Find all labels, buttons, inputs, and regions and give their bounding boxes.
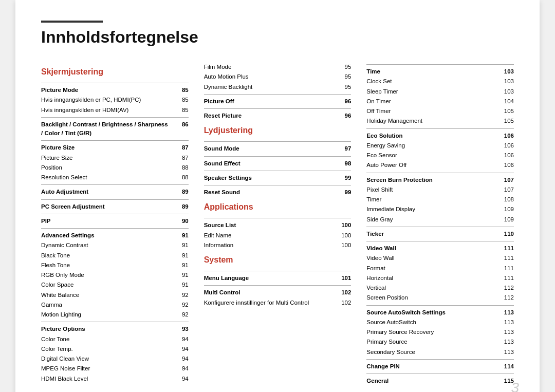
entry-page: 88 [174, 173, 189, 182]
entry-label: Clock Set [366, 77, 499, 86]
toc-entry: Film Mode95 [204, 62, 351, 72]
entry-page: 105 [499, 117, 514, 125]
toc-entry: Primary Source113 [366, 337, 514, 347]
entry-page: 112 [499, 284, 514, 292]
entry-label: Timer [366, 195, 499, 204]
toc-entry: Video Wall111 [366, 253, 514, 263]
entry-page: 101 [337, 274, 351, 283]
entry-label: Resolution Select [41, 173, 174, 182]
toc-entry: Picture Size87 [41, 140, 189, 153]
toc-entry: Auto Power Off106 [366, 160, 514, 170]
toc-entry: Konfigurere innstillinger for Multi Cont… [204, 298, 351, 308]
toc-entry: Reset Sound99 [204, 185, 351, 197]
toc-entry: Picture Off96 [204, 94, 351, 106]
entry-page: 111 [499, 274, 514, 283]
toc-entry: Sound Effect98 [204, 156, 351, 169]
toc-entry: Digital Clean View94 [41, 354, 189, 364]
entry-label: Screen Burn Protection [366, 176, 499, 184]
entry-label: Position [41, 163, 174, 172]
toc-entry: Resolution Select88 [41, 173, 189, 182]
entry-label: Hvis inngangskilden er PC, HDMI(PC) [41, 96, 174, 104]
entry-page: 99 [337, 174, 351, 182]
entry-page: 88 [174, 163, 189, 172]
toc-entry: Vertical112 [366, 283, 514, 293]
entry-page: 109 [499, 205, 514, 214]
toc-entry: Speaker Settings99 [204, 171, 351, 183]
section-title: Applications [204, 202, 351, 212]
toc-entry: Sound Mode97 [204, 141, 351, 154]
entry-label: Color Tone [41, 335, 174, 344]
entry-page: 91 [174, 261, 189, 270]
entry-label: Vertical [366, 284, 499, 292]
toc-entry: Screen Burn Protection107 [366, 173, 514, 185]
entry-label: Pixel Shift [366, 185, 499, 194]
toc-entry: Auto Adjustment89 [41, 184, 189, 197]
entry-label: Picture Size [41, 154, 174, 162]
entry-label: General [366, 377, 499, 385]
entry-page: 86 [174, 120, 189, 138]
toc-entry: Source AutoSwitch113 [366, 318, 514, 327]
toc-entry: Change PIN114 [366, 359, 514, 371]
entry-page: 102 [337, 288, 351, 297]
toc-entry: Picture Size87 [41, 153, 189, 163]
entry-page: 110 [499, 230, 514, 238]
entry-label: Sleep Timer [366, 87, 499, 96]
entry-label: Video Wall [366, 244, 499, 253]
entry-label: Information [204, 241, 337, 250]
toc-entry: HDMI Black Level94 [41, 374, 189, 384]
entry-page: 89 [174, 202, 189, 211]
toc-entry: Screen Position112 [366, 293, 514, 303]
entry-page: 96 [337, 111, 351, 120]
entry-page: 92 [174, 291, 189, 300]
page: Innholdsfortegnelse SkjermjusteringPictu… [15, 0, 540, 392]
column-2: Film Mode95Auto Motion Plus95Dynamic Bac… [204, 62, 367, 386]
column-3: Time103Clock Set103Sleep Timer103On Time… [366, 62, 514, 386]
toc-entry: Position88 [41, 163, 189, 173]
entry-label: Backlight / Contrast / Brightness / Shar… [41, 120, 174, 138]
entry-page: 91 [174, 251, 189, 260]
entry-page: 94 [174, 354, 189, 363]
entry-label: Picture Options [41, 325, 174, 333]
entry-label: Horizontal [366, 274, 499, 283]
toc-entry: PIP90 [41, 214, 189, 226]
toc-entry: Side Gray109 [366, 215, 514, 225]
toc-entry: Picture Mode85 [41, 83, 189, 95]
entry-label: Eco Sensor [366, 151, 499, 160]
toc-entry: Edit Name100 [204, 231, 351, 240]
entry-page: 111 [499, 264, 514, 273]
entry-label: Color Temp. [41, 345, 174, 353]
entry-page: 96 [337, 97, 351, 106]
entry-page: 87 [174, 154, 189, 162]
toc-entry: White Balance92 [41, 290, 189, 300]
entry-label: Format [366, 264, 499, 273]
toc-entry: Advanced Settings91 [41, 228, 189, 240]
toc-entry: Gamma92 [41, 300, 189, 310]
section-title: Lydjustering [204, 126, 351, 135]
entry-page: 114 [499, 362, 514, 371]
entry-label: Color Space [41, 281, 174, 289]
toc-entry: Pixel Shift107 [366, 185, 514, 195]
entry-page: 91 [174, 271, 189, 279]
entry-label: Screen Position [366, 293, 499, 302]
entry-page: 99 [337, 188, 351, 197]
section-title: System [204, 255, 351, 265]
toc-entry: Color Tone94 [41, 334, 189, 344]
entry-label: Secondary Source [366, 348, 499, 357]
entry-page: 108 [499, 195, 514, 204]
entry-page: 91 [174, 281, 189, 289]
entry-label: Digital Clean View [41, 354, 174, 363]
toc-entry: Secondary Source113 [366, 347, 514, 357]
entry-page: 89 [174, 188, 189, 196]
entry-label: White Balance [41, 291, 174, 300]
entry-label: Off Timer [366, 107, 499, 116]
entry-page: 97 [337, 144, 351, 153]
toc-entry: Hvis inngangskilden er HDMI(AV)85 [41, 105, 189, 115]
toc-entry: Eco Solution106 [366, 128, 514, 141]
entry-label: Sound Effect [204, 159, 337, 168]
entry-page: 95 [337, 72, 351, 81]
entry-page: 95 [337, 63, 351, 71]
toc-entry: Color Temp.94 [41, 344, 189, 354]
entry-label: HDMI Black Level [41, 375, 174, 383]
entry-page: 85 [174, 86, 189, 95]
entry-page: 113 [499, 328, 514, 337]
